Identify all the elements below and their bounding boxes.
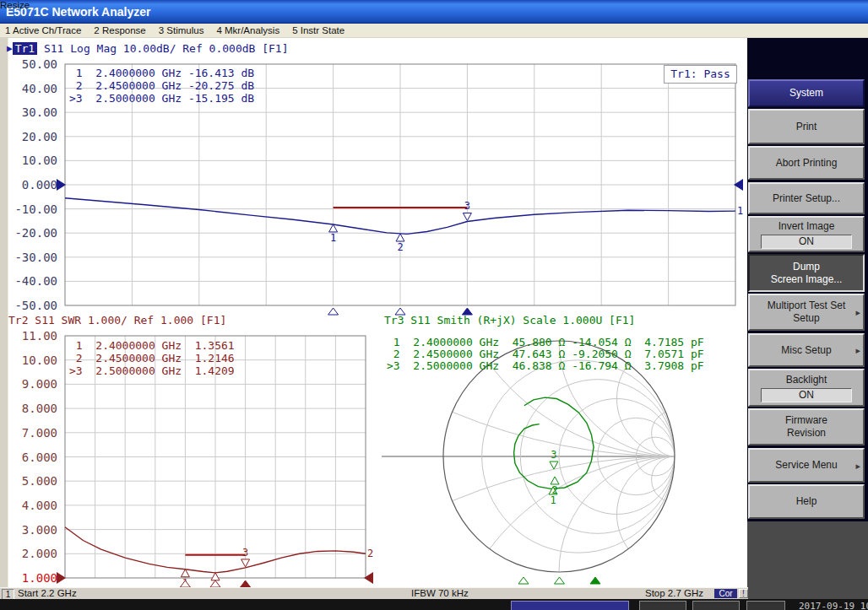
y-axis-tick: 11.00	[2, 329, 57, 343]
trace2-header[interactable]: Tr2 S11 SWR 1.000/ Ref 1.000 [F1]	[8, 314, 226, 327]
softkey-label: Print	[796, 121, 817, 133]
softkey-dump-screen-image[interactable]: DumpScreen Image...	[748, 254, 865, 292]
stimulus-marker-triangle	[518, 577, 529, 584]
smith-outer-circle	[443, 341, 675, 572]
ifbw-label: IFBW 70 kHz	[411, 588, 469, 598]
ref-level-arrow-left	[57, 572, 66, 584]
softkey-empty-area	[746, 521, 868, 599]
marker-triangle	[550, 462, 558, 469]
menu-item-1-active-ch-trace[interactable]: 1 Active Ch/Trace	[5, 25, 81, 35]
marker-triangle	[463, 213, 471, 220]
softkey-label: Backlight	[786, 374, 827, 386]
marker-number: 2	[397, 241, 403, 253]
y-axis-tick: 3.000	[2, 523, 57, 537]
softkey-label: Dump	[793, 261, 820, 273]
y-axis-tick: 6.000	[2, 451, 57, 464]
marker-triangle	[211, 573, 220, 580]
marker-number: 1	[550, 494, 556, 506]
y-axis-tick: -10.00	[2, 202, 57, 216]
marker-1[interactable]: 1	[328, 224, 339, 315]
marker-readout-row: 2 2.4500000 GHz 1.2146	[69, 352, 235, 364]
marker-readout-row: 2 2.4500000 GHz -20.275 dB	[69, 79, 254, 92]
marker-readout-row: 1 2.4000000 GHz 45.880 Ω -14.054 Ω 4.718…	[387, 337, 704, 348]
marker-3[interactable]: 3	[550, 449, 558, 469]
y-axis-tick: 8.000	[2, 402, 57, 415]
softkey-invert-image[interactable]: Invert ImageON	[748, 216, 865, 252]
softkey-abort-printing[interactable]: Abort Printing	[748, 146, 865, 180]
softkey-misc-setup[interactable]: Misc Setup▸	[748, 333, 865, 367]
y-axis-tick: 0.000	[2, 178, 57, 192]
softkey-label: Multiport Test Set	[768, 300, 845, 312]
e5071c-screen: { "window": { "title": "E5071C Network A…	[0, 0, 868, 610]
softkey-print[interactable]: Print	[748, 109, 865, 144]
y-axis-tick: 7.000	[2, 426, 57, 440]
ref-level-arrow-right	[364, 572, 373, 584]
softkey-label: Firmware	[785, 414, 827, 427]
marker-readout-row: >3 2.5000000 GHz -15.195 dB	[69, 92, 254, 105]
menu-item-4-mkr-analysis[interactable]: 4 Mkr/Analysis	[216, 25, 279, 35]
softkey-label: Invert Image	[778, 220, 835, 233]
bottom-strip-active-segment[interactable]	[511, 601, 629, 610]
menu-item-5-instr-state[interactable]: 5 Instr State	[292, 25, 344, 35]
softkey-service-menu[interactable]: Service Menu▸	[748, 448, 865, 483]
stimulus-marker-triangle	[590, 577, 600, 584]
instrument-bottom-strip: 2017-09-19 10:41	[0, 599, 868, 610]
stimulus-marker-triangle	[555, 577, 565, 584]
trace1-header[interactable]: ▶Tr1 S11 Log Mag 10.00dB/ Ref 0.000dB [F…	[7, 42, 289, 55]
trace-end-number: 1	[737, 205, 743, 217]
marker-3[interactable]: 3	[241, 547, 251, 587]
y-axis-tick: 20.00	[2, 130, 57, 143]
start-frequency-label: Start 2.2 GHz	[18, 588, 77, 598]
active-trace-arrow-icon: ▶	[7, 43, 13, 54]
softkey-label: Setup	[793, 312, 819, 325]
softkey-system[interactable]: System	[748, 79, 865, 107]
stop-frequency-label: Stop 2.7 GHz	[645, 588, 703, 598]
y-axis-tick: 5.000	[2, 474, 57, 488]
softkey-printer-setup[interactable]: Printer Setup...	[748, 182, 865, 214]
y-axis-tick: 30.00	[2, 105, 57, 119]
marker-2[interactable]: 2	[395, 234, 405, 315]
ref-level-arrow-left	[57, 179, 66, 191]
softkey-label: Revision	[787, 427, 826, 440]
softkey-label: Screen Image...	[771, 273, 843, 286]
trace3-header[interactable]: Tr3 S11 Smith (R+jX) Scale 1.000U [F1]	[384, 314, 635, 327]
trace-end-number: 2	[367, 548, 373, 559]
smith-x-arc	[652, 456, 698, 503]
trace1-marker-table: 1 2.4000000 GHz -16.413 dB 2 2.4500000 G…	[69, 67, 254, 105]
softkey-state-value: ON	[761, 388, 852, 402]
marker-1[interactable]: 1	[180, 570, 190, 589]
softkey-label: System	[789, 87, 823, 100]
stimulus-marker-triangle	[180, 580, 190, 587]
y-axis-tick: 50.00	[2, 57, 57, 71]
bottom-strip-segment[interactable]	[692, 601, 740, 610]
y-axis-tick: -40.00	[2, 274, 57, 288]
ref-level-arrow-right	[734, 179, 743, 191]
marker-number: 3	[464, 200, 470, 212]
menu-item-3-stimulus[interactable]: 3 Stimulus	[159, 25, 204, 35]
smith-r-circle	[636, 437, 675, 476]
y-axis-tick: -20.00	[2, 226, 57, 240]
marker-3[interactable]: 3	[462, 200, 472, 315]
window-title-bar[interactable]: E5071C Network Analyzer	[0, 0, 868, 24]
warning-badge: !	[739, 589, 748, 598]
softkey-firmware-revision[interactable]: FirmwareRevision	[748, 408, 865, 445]
marker-triangle	[396, 234, 404, 241]
bottom-strip-segment[interactable]	[746, 601, 785, 610]
bottom-strip-segment[interactable]	[639, 601, 686, 610]
softkey-help[interactable]: Help	[748, 484, 865, 519]
resize-button[interactable]: Resize	[0, 0, 30, 10]
trace-line	[514, 397, 594, 489]
menu-bar: 1 Active Ch/Trace2 Response3 Stimulus4 M…	[0, 24, 868, 38]
marker-2[interactable]: 2	[551, 477, 559, 496]
y-axis-tick: 1.000	[2, 571, 57, 585]
submenu-arrow-icon: ▸	[855, 459, 860, 472]
menu-item-2-response[interactable]: 2 Response	[94, 25, 145, 35]
softkey-multiport-test-set-setup[interactable]: Multiport Test SetSetup▸	[748, 294, 865, 331]
marker-triangle	[549, 487, 557, 494]
smith-r-circle	[520, 380, 675, 534]
softkey-backlight[interactable]: BacklightON	[748, 369, 865, 407]
softkey-label: Printer Setup...	[773, 192, 840, 205]
limit-test-result: Tr1: Pass	[664, 65, 737, 84]
marker-1[interactable]: 1	[549, 487, 557, 506]
marker-triangle	[241, 559, 250, 567]
